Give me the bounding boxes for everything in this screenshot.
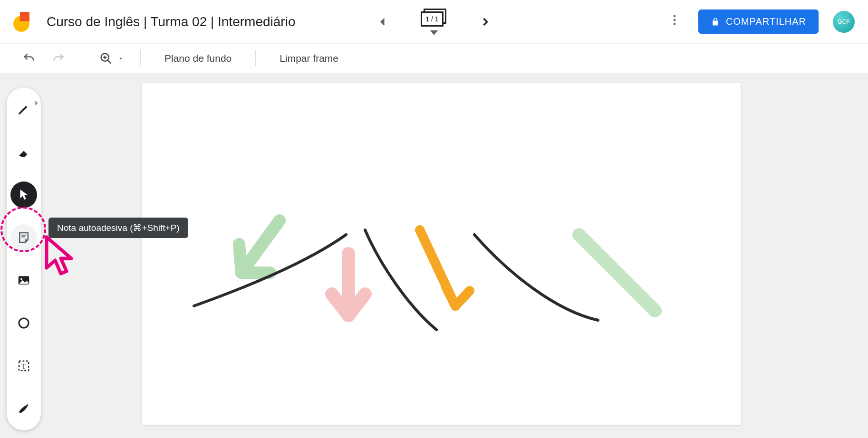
prev-frame-button[interactable]	[373, 12, 392, 31]
chevron-down-icon	[430, 30, 438, 35]
undo-button[interactable]	[21, 49, 37, 68]
frame-navigation: 1 / 1	[373, 9, 495, 35]
frame-indicator[interactable]: 1 / 1	[421, 9, 447, 35]
share-button[interactable]: COMPARTILHAR	[698, 10, 819, 34]
pen-icon	[17, 102, 31, 116]
cursor-icon	[17, 188, 31, 202]
shape-tool[interactable]	[10, 310, 37, 336]
caret-down-icon	[117, 55, 124, 62]
background-button[interactable]: Plano de fundo	[157, 53, 239, 64]
user-avatar[interactable]: GCF	[833, 11, 855, 33]
annotation-cursor-icon	[42, 235, 80, 277]
avatar-label: GCF	[838, 19, 849, 25]
svg-point-1	[674, 19, 676, 21]
svg-point-9	[19, 318, 29, 328]
sticky-note-tool[interactable]	[10, 224, 37, 251]
svg-text:T: T	[21, 362, 26, 370]
canvas-drawing	[142, 83, 741, 425]
chevron-right-icon	[479, 15, 492, 29]
textbox-icon: T	[17, 359, 31, 373]
laser-tool[interactable]	[10, 395, 37, 422]
clear-frame-button[interactable]: Limpar frame	[272, 53, 346, 64]
image-tool[interactable]	[10, 267, 37, 294]
tool-sidebar: T	[7, 87, 41, 430]
frame-counter: 1 / 1	[421, 11, 444, 27]
zoom-in-icon	[99, 52, 113, 65]
header-bar: Curso de Inglês | Turma 02 | Intermediár…	[0, 0, 868, 44]
undo-icon	[22, 52, 36, 65]
more-options-button[interactable]	[665, 13, 684, 30]
share-button-label: COMPARTILHAR	[726, 16, 806, 27]
circle-icon	[17, 316, 31, 330]
textbox-tool[interactable]: T	[10, 352, 37, 379]
svg-point-8	[20, 278, 22, 280]
jamboard-logo	[13, 12, 33, 32]
chevron-left-icon	[376, 15, 389, 29]
toolbar-separator	[140, 50, 141, 67]
eraser-tool[interactable]	[10, 139, 37, 165]
header-right: COMPARTILHAR GCF	[665, 10, 855, 34]
toolbar-separator	[83, 50, 83, 67]
whiteboard-canvas[interactable]	[142, 83, 741, 425]
select-tool[interactable]	[10, 181, 37, 208]
svg-point-0	[674, 15, 676, 18]
submenu-caret-icon	[35, 101, 38, 105]
svg-line-4	[108, 60, 111, 63]
image-icon	[17, 273, 31, 287]
secondary-toolbar: Plano de fundo Limpar frame	[0, 44, 868, 73]
laser-icon	[17, 401, 31, 416]
main-area: T Nota autoadesiva (⌘+Shift+P)	[0, 73, 868, 438]
svg-point-2	[674, 23, 676, 25]
toolbar-separator	[255, 50, 256, 67]
document-title[interactable]: Curso de Inglês | Turma 02 | Intermediár…	[47, 14, 295, 29]
sticky-note-icon	[17, 230, 31, 245]
sticky-note-tooltip: Nota autoadesiva (⌘+Shift+P)	[48, 218, 188, 238]
redo-icon	[52, 52, 65, 65]
eraser-icon	[17, 145, 31, 159]
pen-tool[interactable]	[10, 96, 37, 123]
redo-button[interactable]	[50, 49, 67, 68]
more-vertical-icon	[668, 13, 681, 27]
zoom-control[interactable]	[99, 52, 124, 65]
next-frame-button[interactable]	[476, 12, 495, 31]
lock-icon	[711, 17, 720, 27]
